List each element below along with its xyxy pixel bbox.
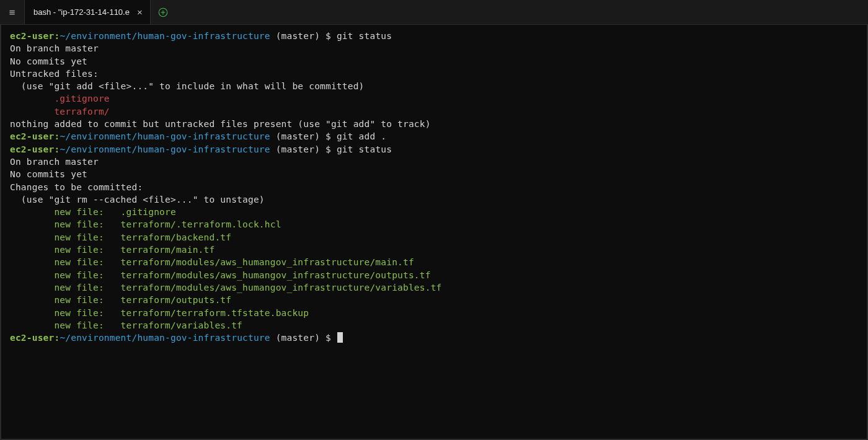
terminal-line: new file: .gitignore (10, 206, 858, 218)
terminal-text: (master) $ git add . (270, 131, 387, 141)
terminal-line: ec2-user:~/environment/human-gov-infrast… (10, 143, 858, 156)
terminal-text: ~/environment/human-gov-infrastructure (60, 131, 270, 141)
terminal-text: (master) $ (270, 333, 337, 343)
terminal-text: new file: terraform/modules/aws_humangov… (10, 283, 442, 293)
terminal-text: .gitignore (10, 94, 110, 103)
terminal-text: nothing added to commit but untracked fi… (10, 119, 431, 129)
terminal-text: new file: terraform/modules/aws_humangov… (10, 257, 414, 267)
terminal-line: No commits yet (10, 55, 858, 68)
terminal-text: (master) $ git status (270, 144, 392, 154)
terminal-text: (use "git rm --cached <file>..." to unst… (10, 195, 265, 205)
terminal-line: .gitignore (10, 92, 858, 105)
terminal-text: ec2-user: (10, 144, 60, 154)
terminal-text: new file: terraform/terraform.tfstate.ba… (10, 308, 309, 318)
terminal-text: ~/environment/human-gov-infrastructure (60, 144, 270, 154)
terminal-line: Untracked files: (10, 68, 858, 80)
terminal-text: new file: terraform/modules/aws_humangov… (10, 270, 431, 280)
terminal-line: new file: terraform/modules/aws_humangov… (10, 281, 858, 294)
terminal-text: ec2-user: (10, 333, 60, 343)
close-icon[interactable]: × (136, 7, 144, 17)
terminal-line: new file: terraform/main.tf (10, 244, 858, 256)
terminal-line: new file: terraform/modules/aws_humangov… (10, 256, 858, 268)
terminal-text: (use "git add <file>..." to include in w… (10, 81, 365, 91)
terminal-line: ec2-user:~/environment/human-gov-infrast… (10, 30, 858, 42)
terminal-line: On branch master (10, 42, 858, 55)
terminal-line: (use "git rm --cached <file>..." to unst… (10, 193, 858, 206)
terminal-text: ec2-user: (10, 31, 60, 41)
terminal-line: On branch master (10, 156, 858, 168)
terminal-line: Changes to be committed: (10, 181, 858, 193)
terminal-text: No commits yet (10, 56, 87, 66)
terminal-line: new file: terraform/terraform.tfstate.ba… (10, 307, 858, 319)
terminal-text: No commits yet (10, 169, 87, 179)
terminal-window: ≡ bash - "ip-172-31-14-110.e × ec2-user:… (0, 0, 868, 440)
terminal-text: new file: terraform/main.tf (10, 245, 215, 255)
terminal-line: new file: terraform/backend.tf (10, 231, 858, 244)
terminal-text: ~/environment/human-gov-infrastructure (60, 31, 270, 41)
terminal-text: Untracked files: (10, 69, 99, 79)
terminal-text: On branch master (10, 157, 99, 167)
terminal-line: new file: terraform/variables.tf (10, 319, 858, 332)
menu-button[interactable]: ≡ (0, 0, 25, 24)
terminal-line: ec2-user:~/environment/human-gov-infrast… (10, 130, 858, 143)
tab-bash[interactable]: bash - "ip-172-31-14-110.e × (25, 0, 151, 24)
terminal-text: new file: terraform/.terraform.lock.hcl (10, 219, 281, 229)
terminal-text: new file: terraform/backend.tf (10, 232, 231, 242)
terminal-text: terraform/ (10, 107, 110, 117)
terminal-line: terraform/ (10, 105, 858, 118)
terminal-line: new file: terraform/.terraform.lock.hcl (10, 218, 858, 231)
terminal-text: new file: .gitignore (10, 207, 176, 217)
menu-icon: ≡ (9, 6, 16, 18)
terminal-line: (use "git add <file>..." to include in w… (10, 80, 858, 92)
terminal-text: (master) $ git status (270, 31, 392, 41)
terminal-text: new file: terraform/variables.tf (10, 320, 242, 330)
terminal-output[interactable]: ec2-user:~/environment/human-gov-infrast… (0, 25, 868, 440)
terminal-line: nothing added to commit but untracked fi… (10, 118, 858, 130)
terminal-line: ec2-user:~/environment/human-gov-infrast… (10, 332, 858, 344)
terminal-text: Changes to be committed: (10, 182, 143, 192)
terminal-text: ec2-user: (10, 131, 60, 141)
terminal-line: new file: terraform/modules/aws_humangov… (10, 269, 858, 281)
terminal-line: No commits yet (10, 168, 858, 180)
terminal-text: On branch master (10, 43, 99, 53)
tab-title: bash - "ip-172-31-14-110.e (33, 7, 130, 17)
terminal-line: new file: terraform/outputs.tf (10, 294, 858, 306)
plus-icon (157, 7, 169, 18)
new-tab-button[interactable] (151, 0, 175, 24)
tab-bar: ≡ bash - "ip-172-31-14-110.e × (0, 0, 868, 25)
cursor (337, 332, 343, 343)
terminal-text: ~/environment/human-gov-infrastructure (60, 333, 270, 343)
terminal-text: new file: terraform/outputs.tf (10, 295, 231, 305)
